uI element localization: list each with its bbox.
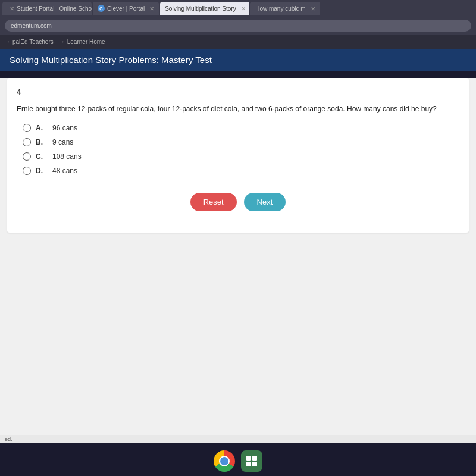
- tab-x[interactable]: ✕: [311, 5, 315, 12]
- taskbar: [0, 446, 476, 476]
- tab-close-icon[interactable]: ✕: [10, 5, 14, 12]
- bookmarks-bar: → palEd Teachers → Learner Home: [0, 35, 476, 49]
- option-d-text: 48 cans: [52, 167, 77, 175]
- status-bar: ed.: [0, 435, 476, 443]
- reset-button[interactable]: Reset: [190, 193, 237, 211]
- radio-c[interactable]: [23, 152, 31, 161]
- address-bar[interactable]: edmentum.com: [5, 20, 471, 32]
- tab-clever[interactable]: C Clever | Portal ✕: [93, 2, 159, 15]
- option-b-text: 9 cans: [52, 138, 73, 146]
- grid-squares-icon: [246, 456, 257, 466]
- tab-x[interactable]: ✕: [241, 5, 246, 12]
- tab-student-portal[interactable]: ✕ Student Portal | Online Scho ✕: [2, 2, 92, 15]
- option-a[interactable]: A. 96 cans: [23, 124, 459, 132]
- tab-label: Solving Multiplication Story: [165, 5, 236, 12]
- buttons-area: Reset Next: [17, 193, 459, 223]
- option-d-label: D.: [36, 167, 48, 175]
- radio-b[interactable]: [23, 138, 31, 146]
- option-b[interactable]: B. 9 cans: [23, 138, 459, 146]
- tab-how-many-cubic[interactable]: How many cubic m ✕: [250, 2, 320, 15]
- page-header: Solving Multiplication Story Problems: M…: [0, 49, 476, 71]
- options-list: A. 96 cans B. 9 cans C. 108 cans D. 48 c…: [23, 124, 459, 175]
- radio-d[interactable]: [23, 167, 31, 175]
- arrow-icon: →: [60, 39, 65, 45]
- address-text: edmentum.com: [11, 23, 52, 29]
- option-c-label: C.: [36, 152, 48, 161]
- main-content: 4 Ernie bought three 12-packs of regular…: [0, 78, 476, 435]
- bookmark-learner-home[interactable]: → Learner Home: [60, 39, 105, 45]
- status-text: ed.: [5, 436, 12, 442]
- tab-solving-multiplication[interactable]: Solving Multiplication Story ✕: [160, 2, 249, 15]
- grid-taskbar-icon[interactable]: [241, 450, 262, 472]
- tab-label: Student Portal | Online Scho: [17, 5, 92, 12]
- browser-chrome: ✕ Student Portal | Online Scho ✕ C Cleve…: [0, 0, 476, 49]
- grid-sq-1: [246, 456, 251, 461]
- grid-sq-3: [246, 462, 251, 466]
- radio-a[interactable]: [23, 124, 31, 132]
- bookmark-label: palEd Teachers: [12, 39, 54, 45]
- address-bar-row: edmentum.com: [0, 17, 476, 35]
- option-c-text: 108 cans: [52, 152, 82, 161]
- next-button[interactable]: Next: [244, 193, 286, 211]
- tab-label: How many cubic m: [255, 5, 305, 12]
- tab-bar: ✕ Student Portal | Online Scho ✕ C Cleve…: [0, 0, 476, 17]
- page-title: Solving Multiplication Story Problems: M…: [10, 55, 212, 65]
- bookmark-label: Learner Home: [67, 39, 105, 45]
- grid-sq-4: [252, 462, 257, 466]
- bookmark-paled-teachers[interactable]: → palEd Teachers: [5, 39, 54, 45]
- option-c[interactable]: C. 108 cans: [23, 152, 459, 161]
- tab-label: Clever | Portal: [107, 5, 145, 12]
- clever-icon: C: [98, 5, 105, 12]
- option-a-text: 96 cans: [52, 124, 77, 132]
- grid-sq-2: [252, 456, 257, 461]
- chrome-taskbar-icon[interactable]: [214, 450, 235, 472]
- option-a-label: A.: [36, 124, 48, 132]
- question-card: 4 Ernie bought three 12-packs of regular…: [7, 78, 469, 233]
- question-text: Ernie bought three 12-packs of regular c…: [17, 104, 459, 114]
- option-b-label: B.: [36, 138, 48, 146]
- option-d[interactable]: D. 48 cans: [23, 167, 459, 175]
- tab-x[interactable]: ✕: [149, 5, 154, 12]
- arrow-icon: →: [5, 39, 10, 45]
- question-number: 4: [17, 87, 459, 96]
